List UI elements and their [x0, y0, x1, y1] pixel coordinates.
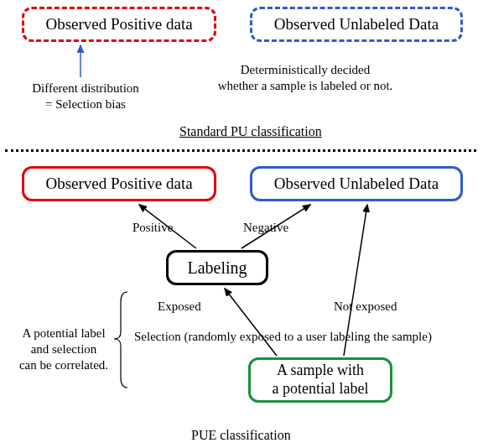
section-divider [5, 149, 476, 152]
sample-box: A sample with a potential label [248, 357, 392, 403]
top-observed-unlabeled-label: Observed Unlabeled Data [274, 15, 439, 34]
sample-label-l1: A sample with [277, 362, 364, 378]
deterministic-note-l1: Deterministically decided [241, 63, 371, 76]
arrow-sample-to-labeling [225, 289, 277, 356]
potential-label-note: A potential label and selection can be c… [5, 326, 122, 372]
selection-bias-note: Different distribution = Selection bias [10, 81, 161, 112]
bottom-observed-unlabeled-label: Observed Unlabeled Data [274, 175, 439, 193]
selection-bias-note-l1: Different distribution [32, 81, 139, 95]
potential-label-note-l2: and selection [31, 342, 97, 356]
standard-pu-title: Standard PU classification [179, 124, 322, 139]
sample-label-l2: a potential label [273, 380, 369, 397]
exposed-edge-label: Exposed [158, 299, 201, 315]
bottom-observed-unlabeled-box: Observed Unlabeled Data [250, 166, 463, 201]
sample-label: A sample with a potential label [273, 362, 369, 398]
deterministic-note-l2: whether a sample is labeled or not. [218, 79, 393, 92]
top-observed-positive-box: Observed Positive data [22, 7, 216, 42]
potential-label-note-l1: A potential label [22, 326, 105, 340]
deterministic-note: Deterministically decided whether a samp… [188, 62, 423, 94]
labeling-label: Labeling [187, 258, 247, 278]
labeling-box: Labeling [166, 250, 268, 285]
pue-title: PUE classification [191, 428, 291, 443]
bottom-observed-positive-label: Observed Positive data [45, 175, 192, 193]
top-observed-positive-label: Observed Positive data [45, 15, 192, 34]
selection-bias-note-l2: = Selection bias [45, 97, 126, 111]
potential-label-note-l3: can be correlated. [19, 358, 108, 372]
selection-text: Selection (randomly exposed to a user la… [134, 329, 483, 345]
positive-edge-label: Positive [132, 220, 173, 236]
not-exposed-edge-label: Not exposed [334, 299, 397, 315]
bottom-observed-positive-box: Observed Positive data [22, 166, 216, 201]
negative-edge-label: Negative [243, 220, 288, 236]
top-observed-unlabeled-box: Observed Unlabeled Data [250, 7, 463, 42]
